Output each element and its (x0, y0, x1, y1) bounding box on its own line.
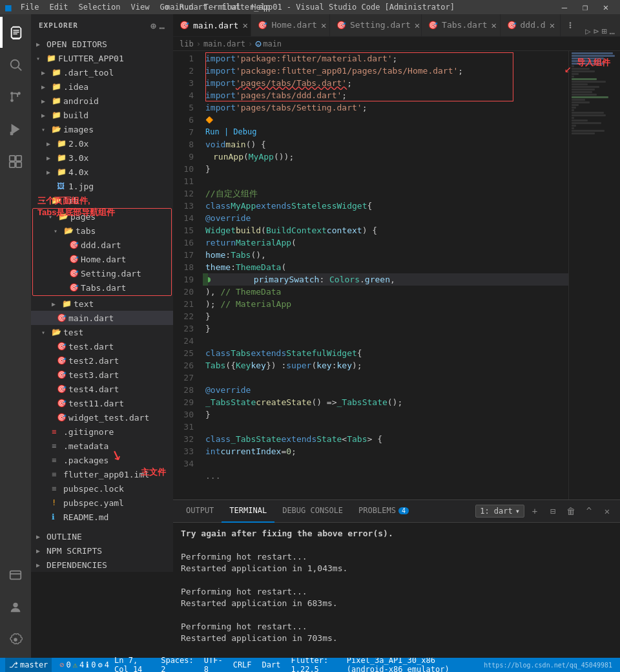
code-content[interactable]: 导入组件 ↗ import 'package:flutter/material.… (199, 51, 568, 499)
device-status[interactable]: Pixel_3a_API_30_x86 (android-x86 emulato… (344, 658, 477, 672)
git-activity-icon[interactable] (0, 81, 31, 112)
tab-overflow-button[interactable] (561, 14, 580, 36)
sidebar-item-test11-dart[interactable]: 🎯 test11.dart (31, 396, 173, 410)
sidebar-item-build[interactable]: ▶ 📁 build (31, 108, 173, 122)
panel-tab-terminal[interactable]: TERMINAL (222, 500, 274, 523)
menu-view[interactable]: View (127, 3, 153, 12)
maximize-panel-button[interactable]: ^ (581, 503, 597, 519)
tab-close-setting[interactable]: ✕ (415, 20, 420, 30)
sidebar-item-packages[interactable]: ≡ .packages (31, 453, 173, 467)
sidebar-item-lib[interactable]: ▾ 📂 lib (31, 193, 173, 207)
sidebar-item-pages[interactable]: ▾ 📂 pages (33, 209, 171, 224)
chevron-down-icon: ▾ (54, 227, 64, 235)
minimize-button[interactable]: — (555, 0, 574, 14)
close-button[interactable]: ✕ (597, 0, 615, 14)
more-button[interactable]: … (610, 26, 615, 36)
line-numbers: 12345 678910 1112131415 1617181920 21222… (173, 51, 199, 499)
project-root[interactable]: ▾ 📁 FLUTTER_APP01 (31, 51, 173, 65)
tab-main-dart[interactable]: 🎯 main.dart ✕ (173, 14, 251, 36)
sidebar-item-home-dart[interactable]: 🎯 Home.dart (33, 252, 171, 266)
breadcrumb-symbol[interactable]: m main (255, 39, 282, 48)
indent-status[interactable]: Spaces: 2 (158, 658, 196, 672)
sidebar-item-setting-dart[interactable]: 🎯 Setting.dart (33, 266, 171, 280)
account-activity-icon[interactable] (0, 592, 31, 623)
sidebar-item-pubspec-yaml[interactable]: ! pubspec.yaml (31, 496, 173, 510)
extensions-activity-icon[interactable] (0, 146, 31, 177)
explorer-activity-icon[interactable] (0, 17, 31, 48)
sidebar-item-test-folder[interactable]: ▾ 📂 test (31, 325, 173, 339)
sidebar-item-tabs-folder[interactable]: ▾ 📂 tabs (33, 224, 171, 238)
outline-section[interactable]: ▶ OUTLINE (31, 529, 173, 543)
sidebar-item-2x[interactable]: ▶ 📁 2.0x (31, 136, 173, 151)
close-panel-button[interactable]: ✕ (599, 503, 615, 519)
tab-close-home[interactable]: ✕ (321, 20, 326, 30)
sidebar-item-metadata[interactable]: ≡ .metadata (31, 439, 173, 453)
sidebar-item-iml[interactable]: ≡ flutter_app01.iml (31, 467, 173, 481)
sidebar-item-4x[interactable]: ▶ 📁 4.0x (31, 165, 173, 179)
open-editors-section[interactable]: ▶ OPEN EDITORS (31, 37, 173, 51)
eol-status[interactable]: CRLF (231, 658, 254, 672)
tab-close-ddd[interactable]: ✕ (550, 20, 555, 30)
flutter-status[interactable]: Flutter: 1.22.5 (288, 658, 338, 672)
terminal-selector[interactable]: 1: dart ▾ (475, 505, 524, 518)
language-status[interactable]: Dart (260, 658, 284, 672)
tab-close-tabs[interactable]: ✕ (491, 20, 497, 30)
run-button[interactable]: ▷ (585, 26, 590, 36)
sidebar-item-test4-dart[interactable]: 🎯 test4.dart (31, 382, 173, 396)
tab-setting-dart[interactable]: 🎯 Setting.dart ✕ (330, 14, 422, 36)
sidebar-item-main-dart[interactable]: 🎯 main.dart (31, 311, 173, 325)
sidebar-item-ddd-dart[interactable]: 🎯 ddd.dart (33, 238, 171, 252)
menu-edit[interactable]: Edit (46, 3, 72, 12)
npm-scripts-section[interactable]: ▶ NPM SCRIPTS (31, 543, 173, 558)
sidebar-item-android[interactable]: ▶ 📁 android (31, 94, 173, 108)
debug-button[interactable]: ⊳ (594, 26, 599, 36)
tab-home-dart[interactable]: 🎯 Home.dart ✕ (251, 14, 329, 36)
sidebar-item-widget-test-dart[interactable]: 🎯 widget_test.dart (31, 410, 173, 425)
sidebar-item-dart-tool[interactable]: ▶ 📁 .dart_tool (31, 65, 173, 79)
menu-file[interactable]: File (17, 3, 43, 12)
sidebar-item-test3-dart[interactable]: 🎯 test3.dart (31, 368, 173, 382)
tab-tabs-dart[interactable]: 🎯 Tabs.dart ✕ (422, 14, 500, 36)
title-bar-title: main.dart - flutter_app01 - Visual Studi… (165, 3, 455, 12)
tab-ddd-dart[interactable]: 🎯 ddd.d ✕ (501, 14, 561, 36)
meta-icon: ≡ (52, 441, 63, 450)
encoding-status[interactable]: UTF-8 (202, 658, 225, 672)
search-activity-icon[interactable] (0, 49, 31, 80)
sidebar-item-test-dart[interactable]: 🎯 test.dart (31, 339, 173, 353)
sidebar-item-images[interactable]: ▾ 📂 images (31, 122, 173, 136)
more-actions-icon[interactable]: … (160, 21, 165, 31)
chevron-right-icon: ▶ (46, 140, 57, 147)
blog-link[interactable]: https://blog.csdn.net/qq_45049981 (481, 658, 615, 672)
errors-status[interactable]: ⊘ 0 ⚠ 4 ℹ 0 ⚙ 4 (57, 658, 112, 672)
sidebar-item-1jpg[interactable]: 🖼 1.jpg (31, 179, 173, 193)
kill-terminal-button[interactable]: 🗑 (563, 503, 579, 519)
remote-activity-icon[interactable] (0, 560, 31, 591)
panel-tab-problems[interactable]: PROBLEMS 4 (351, 500, 417, 523)
sidebar-item-3x[interactable]: ▶ 📁 3.0x (31, 151, 173, 165)
git-branch-status[interactable]: ⎇ master (5, 658, 52, 672)
split-terminal-button[interactable]: ⊟ (545, 503, 561, 519)
maximize-button[interactable]: ❐ (576, 0, 594, 14)
panel-tab-output[interactable]: OUTPUT (178, 500, 222, 523)
breadcrumb-main-dart[interactable]: main.dart (203, 39, 245, 48)
sidebar-item-gitignore[interactable]: ≡ .gitignore (31, 425, 173, 439)
cursor-position-status[interactable]: Ln 7, Col 14 (112, 658, 153, 672)
sidebar-item-idea[interactable]: ▶ 📁 .idea (31, 79, 173, 94)
svg-point-5 (10, 92, 14, 95)
sidebar-item-text[interactable]: ▶ 📁 text (31, 297, 173, 311)
new-file-icon[interactable]: ⊕ (150, 21, 156, 31)
settings-activity-icon[interactable] (0, 624, 31, 655)
tab-close-main[interactable]: ✕ (242, 20, 247, 30)
dependencies-section[interactable]: ▶ DEPENDENCIES (31, 558, 173, 572)
sidebar-item-pubspec-lock[interactable]: ≡ pubspec.lock (31, 481, 173, 496)
sidebar-item-test2-dart[interactable]: 🎯 test2.dart (31, 353, 173, 368)
run-debug-line[interactable]: Run | Debug (205, 126, 568, 138)
split-button[interactable]: ⊞ (601, 26, 606, 36)
breadcrumb-lib[interactable]: lib (180, 39, 194, 48)
menu-selection[interactable]: Selection (74, 3, 124, 12)
panel-tab-debug-console[interactable]: DEBUG CONSOLE (274, 500, 351, 523)
sidebar-item-tabs-dart[interactable]: 🎯 Tabs.dart (33, 280, 171, 295)
run-activity-icon[interactable] (0, 114, 31, 145)
new-terminal-button[interactable]: + (527, 503, 542, 519)
sidebar-item-readme[interactable]: ℹ README.md (31, 510, 173, 524)
